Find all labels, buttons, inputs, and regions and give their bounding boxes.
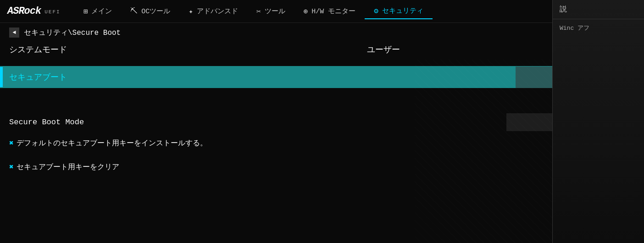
system-mode-label: システムモード (9, 44, 330, 55)
mode-indicator (0, 112, 3, 132)
hwmonitor-icon: ⊕ (304, 7, 308, 16)
clear-keys-label: セキュアブート用キーをクリア (17, 162, 119, 172)
logo: ASRock UEFI (7, 6, 61, 17)
nav-item-hwmonitor[interactable]: ⊕ H/W モニター (294, 4, 365, 19)
nav-label-advanced: アドバンスド (197, 7, 238, 16)
clear-wrench-icon: ✖ (9, 162, 14, 171)
secure-boot-indicator (0, 67, 3, 87)
system-mode-row: システムモード ユーザー (0, 42, 644, 57)
right-panel-header: 説 (553, 0, 644, 19)
logo-subtitle: UEFI (44, 9, 60, 15)
nav-label-oc: OCツール (141, 7, 170, 16)
nav-item-oc[interactable]: ⛏ OCツール (121, 4, 179, 18)
back-icon: ◄ (12, 29, 16, 36)
nav-label-main: メイン (91, 7, 112, 16)
install-indicator (0, 133, 3, 153)
right-panel-content: Winc アフ (553, 19, 644, 38)
breadcrumb-path: セキュリティ\Secure Boot (24, 28, 121, 38)
install-keys-label: デフォルトのセキュアブート用キーをインストールする。 (17, 138, 207, 148)
oc-icon: ⛏ (130, 7, 138, 16)
nav-item-main[interactable]: ⊞ メイン (74, 4, 122, 19)
nav-label-hwmonitor: H/W モニター (311, 7, 355, 16)
nav-item-advanced[interactable]: ✦ アドバンスド (179, 4, 247, 19)
tools-icon: ✂ (256, 7, 261, 16)
install-wrench-icon: ✖ (9, 138, 14, 148)
logo-brand: ASRock (7, 6, 41, 17)
header: ASRock UEFI ⊞ メイン ⛏ OCツール ✦ アドバンスド ✂ ツール… (0, 0, 644, 23)
nav-label-tools: ツール (265, 7, 285, 16)
back-button[interactable]: ◄ (9, 28, 19, 38)
advanced-icon: ✦ (189, 7, 193, 16)
clear-indicator (0, 157, 3, 177)
breadcrumb: ◄ セキュリティ\Secure Boot (0, 23, 644, 42)
security-icon: ⚙ (374, 6, 378, 16)
nav-item-security[interactable]: ⚙ セキュリティ (365, 4, 433, 19)
system-mode-value: ユーザー (367, 44, 400, 55)
right-panel: 説 Winc アフ (552, 0, 644, 243)
nav-item-tools[interactable]: ✂ ツール (247, 4, 294, 19)
active-badge-container: Active (9, 88, 644, 111)
nav-label-security: セキュリティ (382, 6, 423, 15)
main-icon: ⊞ (83, 7, 88, 16)
